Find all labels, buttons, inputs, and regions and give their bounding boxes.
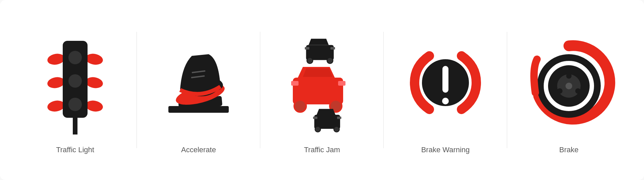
accelerate-icon (162, 32, 235, 133)
svg-rect-24 (338, 81, 345, 86)
svg-point-26 (315, 126, 321, 132)
icon-card-traffic-jam: Traffic Jam (260, 7, 384, 173)
svg-point-32 (442, 98, 449, 104)
icon-area-brake-warning (409, 26, 482, 140)
traffic-jam-label: Traffic Jam (304, 146, 340, 154)
brake-icon (529, 39, 609, 126)
traffic-light-label: Traffic Light (56, 146, 94, 154)
svg-rect-29 (337, 117, 341, 119)
icon-area-traffic-jam (285, 26, 359, 140)
svg-point-5 (85, 99, 104, 113)
svg-rect-10 (73, 118, 77, 134)
svg-point-7 (68, 51, 82, 64)
svg-point-0 (47, 53, 66, 66)
svg-rect-31 (442, 66, 448, 93)
svg-point-37 (575, 88, 581, 94)
icon-card-traffic-light: Traffic Light (13, 7, 137, 173)
svg-point-36 (566, 73, 572, 79)
accelerate-label: Accelerate (181, 146, 216, 154)
svg-point-38 (557, 88, 562, 94)
brake-label: Brake (559, 146, 578, 154)
icon-area-accelerate (162, 26, 235, 140)
svg-rect-28 (313, 117, 318, 119)
svg-point-8 (68, 74, 82, 88)
icon-card-accelerate: Accelerate (137, 7, 260, 173)
svg-rect-19 (330, 47, 335, 50)
icon-card-brake: Brake (507, 7, 631, 173)
svg-point-1 (47, 76, 66, 90)
traffic-light-icon (47, 31, 104, 134)
brake-warning-label: Brake Warning (421, 146, 470, 154)
traffic-jam-icon (283, 31, 361, 134)
brake-warning-icon (405, 39, 486, 126)
icon-area-traffic-light (38, 26, 112, 140)
svg-point-39 (566, 83, 572, 89)
svg-point-16 (307, 58, 313, 64)
svg-point-17 (327, 58, 333, 64)
icon-card-brake-warning: Brake Warning (384, 7, 507, 173)
icons-container: Traffic Light Accelerate (0, 0, 644, 180)
svg-point-3 (85, 53, 104, 66)
svg-point-4 (85, 76, 104, 90)
svg-point-9 (68, 98, 82, 111)
svg-rect-23 (291, 81, 299, 86)
svg-point-2 (47, 99, 66, 113)
svg-point-21 (294, 100, 306, 112)
svg-point-27 (334, 126, 339, 132)
svg-rect-18 (305, 47, 310, 50)
icon-area-brake (532, 26, 606, 140)
